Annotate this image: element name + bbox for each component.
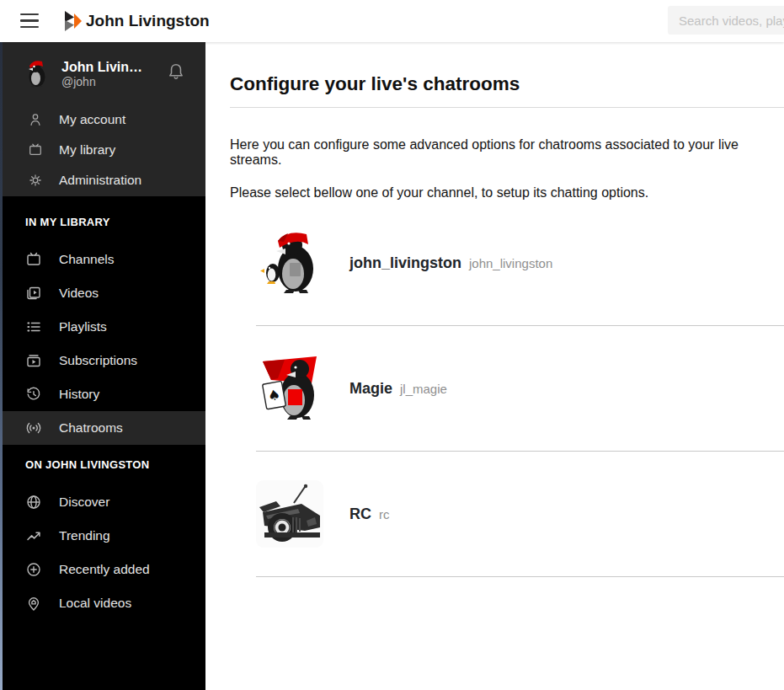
channel-name: john_livingston bbox=[349, 254, 461, 272]
channel-handle: john_livingston bbox=[469, 256, 552, 270]
main-content: Configure your live's chatrooms Here you… bbox=[205, 42, 784, 690]
sidebar-item-subscriptions[interactable]: Subscriptions bbox=[0, 344, 205, 377]
sidebar-item-label: Videos bbox=[59, 286, 99, 301]
bell-icon bbox=[167, 62, 185, 83]
sidebar-item-playlists[interactable]: Playlists bbox=[0, 310, 205, 344]
subscriptions-icon bbox=[25, 352, 42, 369]
instruction-paragraph: Please select bellow one of your channel… bbox=[230, 185, 784, 201]
menu-item-label: My library bbox=[59, 142, 115, 158]
sidebar-item-label: Chatrooms bbox=[59, 420, 123, 436]
sidebar-item-label: Channels bbox=[59, 252, 115, 267]
user-name-block[interactable]: John Livingston @john bbox=[61, 59, 149, 89]
sidebar-item-trending[interactable]: Trending bbox=[0, 519, 205, 553]
sidebar-item-label: History bbox=[59, 387, 99, 402]
sidebar-item-channels[interactable]: Channels bbox=[0, 243, 205, 276]
channel-handle: rc bbox=[379, 507, 390, 522]
menu-item-label: Administration bbox=[59, 173, 141, 188]
intro-paragraph: Here you can configure some advanced opt… bbox=[230, 137, 784, 168]
history-icon bbox=[25, 386, 42, 403]
menu-item-my-account[interactable]: My account bbox=[0, 104, 205, 135]
sidebar: John Livingston @john My account bbox=[0, 42, 205, 690]
logged-in-user: John Livingston @john bbox=[0, 59, 205, 104]
channel-handle: jl_magie bbox=[400, 382, 447, 396]
user-avatar[interactable] bbox=[22, 59, 51, 88]
menu-toggle-button[interactable] bbox=[20, 13, 39, 29]
sidebar-item-label: Discover bbox=[59, 495, 109, 510]
broadcast-icon bbox=[25, 420, 42, 436]
channel-list: john_livingston john_livingston bbox=[256, 201, 784, 577]
sidebar-item-recently-added[interactable]: Recently added bbox=[0, 553, 205, 586]
sidebar-item-label: Trending bbox=[59, 528, 110, 543]
instance-title[interactable]: John Livingston bbox=[86, 10, 210, 32]
channel-row-magie[interactable]: ♠ Magie jl_magie bbox=[256, 326, 784, 452]
plus-circle-icon bbox=[25, 561, 42, 578]
title-separator bbox=[230, 107, 784, 108]
channel-name: Magie bbox=[349, 380, 392, 398]
page-title: Configure your live's chatrooms bbox=[230, 73, 784, 94]
sidebar-item-chatrooms[interactable]: Chatrooms bbox=[0, 411, 205, 445]
menu-item-administration[interactable]: Administration bbox=[0, 165, 205, 195]
videos-icon bbox=[25, 285, 42, 302]
tv-icon bbox=[25, 251, 42, 268]
globe-icon bbox=[25, 494, 42, 511]
user-handle: @john bbox=[61, 75, 149, 89]
tv-icon bbox=[28, 142, 43, 158]
account-menu: My account My library Administration bbox=[0, 104, 205, 195]
sidebar-item-videos[interactable]: Videos bbox=[0, 276, 205, 310]
sidebar-item-discover[interactable]: Discover bbox=[0, 485, 205, 519]
peertube-app: John Livingston bbox=[0, 0, 784, 690]
sidebar-item-history[interactable]: History bbox=[0, 377, 205, 411]
channel-row-john-livingston[interactable]: john_livingston john_livingston bbox=[256, 201, 784, 326]
menu-item-label: My account bbox=[59, 112, 125, 127]
top-header: John Livingston bbox=[0, 0, 784, 42]
playlist-icon bbox=[25, 318, 42, 335]
section-title-in-my-library: IN MY LIBRARY bbox=[0, 196, 205, 243]
home-pin-icon bbox=[25, 595, 42, 612]
sidebar-item-local-videos[interactable]: Local videos bbox=[0, 586, 205, 620]
penguin-magician-avatar: ♠ bbox=[256, 355, 323, 422]
hamburger-icon bbox=[20, 13, 39, 16]
section-title-on-instance: ON JOHN LIVINGSTON bbox=[0, 445, 205, 485]
search-input[interactable] bbox=[668, 6, 784, 35]
user-icon bbox=[28, 112, 43, 127]
user-menu-block: John Livingston @john My account bbox=[0, 42, 205, 196]
sidebar-scrollbar[interactable] bbox=[0, 42, 3, 690]
sidebar-item-label: Recently added bbox=[59, 562, 150, 577]
channel-name: RC bbox=[349, 505, 371, 523]
user-display-name: John Livingston bbox=[61, 59, 149, 75]
peertube-logo-icon[interactable] bbox=[64, 10, 82, 32]
sidebar-item-label: Local videos bbox=[59, 596, 131, 611]
trending-icon bbox=[25, 527, 42, 544]
sidebar-item-label: Subscriptions bbox=[59, 353, 137, 368]
notifications-button[interactable] bbox=[165, 59, 187, 88]
menu-item-my-library[interactable]: My library bbox=[0, 135, 205, 165]
sidebar-item-label: Playlists bbox=[59, 319, 107, 334]
channel-row-rc[interactable]: RC rc bbox=[256, 452, 784, 577]
gear-icon bbox=[28, 173, 43, 188]
penguin-santa-avatar bbox=[256, 229, 323, 297]
rc-car-avatar bbox=[256, 480, 323, 548]
